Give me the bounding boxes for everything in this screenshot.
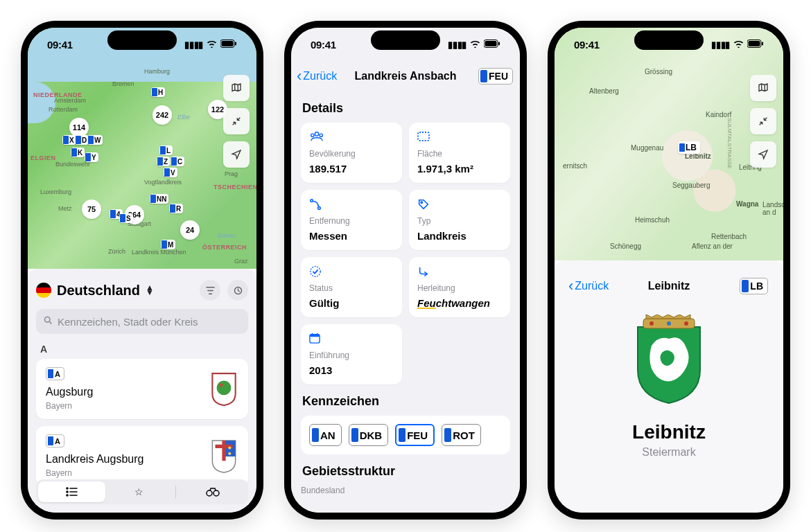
map-marker[interactable]: LB (678, 141, 700, 154)
svg-point-29 (311, 200, 313, 202)
list-item[interactable]: A Augsburg Bayern (36, 359, 248, 419)
refresh-button[interactable] (227, 280, 248, 301)
tab-favorites[interactable]: ☆ (105, 481, 173, 502)
card-introduction[interactable]: Einführung 2013 (301, 324, 402, 384)
map-marker[interactable]: M (161, 240, 175, 249)
svg-point-18 (67, 495, 68, 496)
map-marker[interactable]: S (119, 213, 133, 223)
status-time: 09:41 (47, 39, 73, 51)
calendar-icon (309, 332, 394, 346)
plate-chip[interactable]: AN (309, 424, 342, 446)
plate-badge: A (46, 367, 64, 380)
map[interactable]: Grössing Altenberg Kaindorf Muggenau Lei… (555, 28, 783, 260)
map-marker[interactable]: H (151, 87, 165, 97)
svg-rect-38 (749, 41, 760, 46)
phone-1: 09:41 ▮▮▮▮ Hamburg Bremen Amsterdam Rott… (21, 21, 263, 520)
map-layers-button[interactable] (223, 75, 250, 101)
card-distance[interactable]: Entfernung Messen (301, 190, 402, 250)
card-population[interactable]: Bevölkerung 189.517 (301, 123, 402, 183)
map-cluster[interactable]: 114 (69, 118, 89, 137)
plate-chip[interactable]: DKB (349, 424, 389, 446)
bottom-sheet[interactable]: ‹ Zurück Leibnitz LB Le (555, 260, 783, 513)
crest-icon (209, 439, 238, 474)
svg-rect-28 (418, 132, 429, 141)
svg-point-31 (421, 202, 422, 203)
svg-point-9 (217, 380, 232, 395)
back-button[interactable]: ‹ Zurück (568, 277, 609, 295)
map-marker[interactable]: K (71, 148, 85, 157)
svg-point-25 (315, 132, 318, 136)
map-collapse-button[interactable] (223, 108, 250, 134)
map-marker[interactable]: V (164, 168, 177, 177)
svg-point-12 (228, 446, 231, 449)
search-input[interactable]: Kennzeichen, Stadt oder Kreis (36, 309, 248, 334)
tab-binoculars[interactable] (179, 481, 246, 502)
dynamic-island (107, 30, 177, 50)
crest-icon (631, 314, 707, 405)
map-marker[interactable]: Z (157, 157, 170, 166)
filter-button[interactable] (200, 280, 220, 301)
route-icon (309, 198, 394, 212)
city-region: Steiermark (563, 446, 775, 459)
list-item[interactable]: A Landkreis Augsburg Bayern (36, 426, 248, 486)
signal-icon: ▮▮▮▮ (711, 39, 730, 50)
area-icon (417, 131, 502, 145)
map-cluster[interactable]: 242 (152, 105, 172, 125)
search-placeholder: Kennzeichen, Stadt oder Kreis (58, 316, 198, 328)
chevron-updown-icon: ▲▼ (146, 285, 154, 295)
svg-point-41 (649, 321, 654, 326)
svg-point-16 (67, 491, 68, 493)
map-collapse-button[interactable] (750, 108, 776, 134)
map-marker[interactable]: R (169, 204, 183, 213)
plate-badge: LB (740, 278, 768, 294)
card-area[interactable]: Fläche 1.971,3 km² (409, 123, 510, 183)
status-icons: ▮▮▮▮ (184, 39, 237, 50)
map-layers-button[interactable] (750, 75, 776, 101)
dynamic-island (634, 30, 704, 50)
status-time: 09:41 (574, 39, 600, 51)
map-marker[interactable]: C (171, 157, 184, 166)
plate-chip[interactable]: ROT (442, 424, 481, 446)
map-marker[interactable]: W (87, 135, 103, 145)
map-marker[interactable]: Y (85, 152, 98, 162)
plates-row: AN DKB FEU ROT (301, 416, 510, 454)
svg-point-21 (213, 490, 219, 496)
map-marker[interactable]: X (62, 135, 76, 145)
nav-bar: ‹ Zurück Leibnitz LB (563, 272, 775, 301)
map[interactable]: Hamburg Bremen Amsterdam Rotterdam Bunde… (28, 28, 256, 269)
map-marker[interactable]: L (159, 145, 173, 155)
map-marker[interactable]: NN (150, 194, 168, 204)
bottom-sheet[interactable]: Deutschland ▲▼ Kennzeichen, Stadt oder K… (28, 269, 256, 513)
back-button[interactable]: ‹ Zurück (297, 67, 337, 85)
status-icons: ▮▮▮▮ (448, 39, 500, 50)
section-header: A (40, 344, 248, 355)
dynamic-island (371, 30, 440, 50)
card-type[interactable]: Typ Landkreis (409, 190, 510, 250)
tab-list[interactable] (38, 481, 105, 502)
page-title: Leibnitz (648, 280, 690, 292)
svg-rect-1 (222, 41, 234, 46)
nav-bar: ‹ Zurück Landkreis Ansbach FEU (291, 61, 520, 91)
phone-3: 09:41 ▮▮▮▮ Grössing Altenberg Kaindorf M… (548, 21, 790, 520)
svg-rect-23 (485, 41, 497, 46)
svg-point-27 (320, 134, 322, 136)
wifi-icon (470, 39, 480, 50)
map-locate-button[interactable] (223, 141, 250, 168)
svg-point-43 (684, 321, 688, 326)
card-derivation[interactable]: Herleitung Feuchtwangen (409, 257, 510, 317)
map-cluster[interactable]: 75 (82, 200, 101, 219)
city-name: Augsburg (46, 386, 94, 398)
country-selector[interactable]: Deutschland ▲▼ (36, 283, 154, 299)
svg-point-42 (667, 321, 671, 326)
wifi-icon (207, 39, 217, 50)
map-controls (750, 75, 776, 168)
page-title: Landkreis Ansbach (354, 70, 456, 82)
svg-line-8 (49, 321, 51, 323)
active-plate-badge: FEU (478, 68, 513, 85)
plate-chip-active[interactable]: FEU (395, 424, 435, 446)
map-locate-button[interactable] (750, 141, 776, 168)
card-status[interactable]: Status Gültig (301, 257, 402, 317)
map-cluster[interactable]: 24 (180, 220, 200, 240)
city-region: Bayern (46, 401, 94, 411)
battery-icon (484, 39, 500, 50)
